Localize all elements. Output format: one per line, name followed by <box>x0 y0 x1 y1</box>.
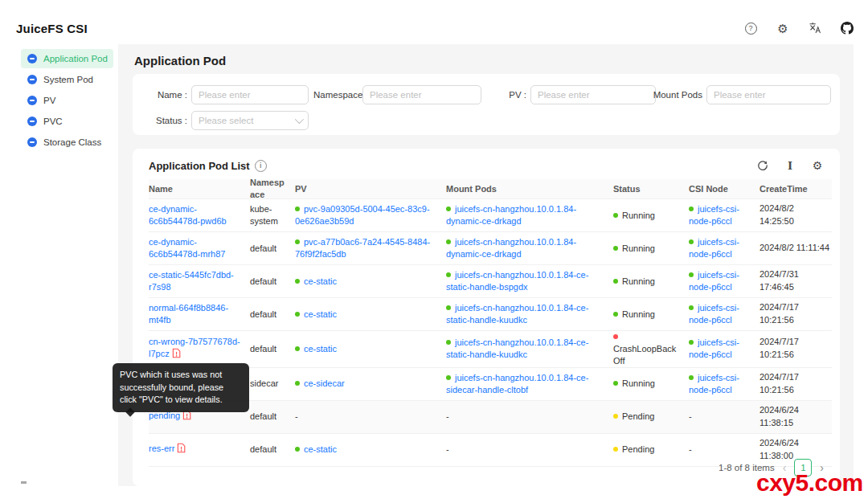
scrubber-artifact <box>21 481 27 484</box>
csi-node-cell: - <box>689 411 760 423</box>
status-cell: Running <box>613 243 689 255</box>
mount-pods-cell: juicefs-cn-hangzhou.10.0.1.84-dynamic-ce… <box>446 203 613 227</box>
column-height-icon[interactable]: I <box>784 159 796 172</box>
pvc-warning-tooltip: PVC which it uses was not successfully b… <box>113 363 249 412</box>
sidebar-item-pv[interactable]: PV <box>21 91 113 110</box>
pod-name-link[interactable]: res-err <box>149 444 174 453</box>
mount-pod-link[interactable]: juicefs-cn-hangzhou.10.0.1.84-ce-static-… <box>446 337 588 359</box>
sidebar-item-label: System Pod <box>43 75 93 84</box>
help-icon[interactable]: ? <box>744 22 757 35</box>
column-settings-icon[interactable]: ⚙ <box>811 159 824 172</box>
csi-node-cell: juicefs-csi-node-p6ccl <box>689 236 760 260</box>
table-card: Application Pod List i I ⚙ Name Namespac… <box>133 149 840 486</box>
settings-gear-icon[interactable]: ⚙ <box>776 22 789 35</box>
pod-name-link[interactable]: ce-dynamic-6c6b54478d-pwd6b <box>149 204 227 226</box>
status-dot <box>689 239 694 244</box>
csi-node-link[interactable]: juicefs-csi-node-p6ccl <box>689 337 739 359</box>
createtime-cell: 2024/7/3117:46:45 <box>760 268 832 294</box>
name-input[interactable] <box>191 85 309 104</box>
chevron-down-icon <box>295 115 304 124</box>
csi-node-link[interactable]: juicefs-csi-node-p6ccl <box>689 303 739 325</box>
mount-pod-link[interactable]: juicefs-cn-hangzhou.10.0.1.84-ce-static-… <box>446 303 588 325</box>
status-dot <box>613 246 618 251</box>
csi-node-cell: juicefs-csi-node-p6ccl <box>689 203 760 227</box>
status-dot <box>295 346 300 351</box>
pv-link[interactable]: ce-sidecar <box>304 378 345 388</box>
status-dot <box>295 279 300 284</box>
table-row: ce-dynamic-6c6b54478d-pwd6b kube-system … <box>149 199 832 232</box>
namespace-cell: kube-system <box>250 203 295 227</box>
status-cell: Running <box>613 276 689 288</box>
csi-node-link[interactable]: juicefs-csi-node-p6ccl <box>689 373 739 395</box>
watermark: cxy5.com <box>756 469 863 497</box>
pv-cell: ce-static <box>295 309 446 321</box>
sidebar-item-label: PV <box>43 96 55 105</box>
pv-link[interactable]: pvc-9a09305d-5004-45ec-83c9-0e626ae3b59d <box>295 204 430 226</box>
filter-card: Name : Namespace PV : Mount Pods Status … <box>133 74 840 135</box>
pv-cell: - <box>295 411 446 423</box>
mount-pod-link[interactable]: juicefs-cn-hangzhou.10.0.1.84-ce-sidecar… <box>446 373 588 395</box>
status-dot <box>295 239 300 244</box>
pvc-warning-icon[interactable] <box>172 348 181 362</box>
status-badge: Running <box>622 309 655 319</box>
status-cell: CrashLoopBackOff <box>613 331 689 367</box>
status-cell: Running <box>613 309 689 321</box>
createtime-cell: 2024/7/1710:21:56 <box>760 336 832 362</box>
mount-pod-link[interactable]: juicefs-cn-hangzhou.10.0.1.84-dynamic-ce… <box>446 237 576 259</box>
filter-name: Name : <box>144 85 309 104</box>
status-cell: Pending <box>613 411 689 423</box>
status-badge: Running <box>622 211 655 220</box>
pod-icon <box>27 75 37 84</box>
pv-link[interactable]: ce-static <box>304 309 337 319</box>
createtime-cell: 2024/6/2411:38:15 <box>760 404 832 430</box>
status-dot <box>295 207 300 211</box>
createtime-cell: 2024/8/214:25:50 <box>760 202 832 228</box>
sidebar-item-pvc[interactable]: PVC <box>21 112 113 131</box>
status-badge: CrashLoopBackOff <box>613 344 676 366</box>
namespace-cell: default <box>250 444 295 456</box>
pvc-warning-icon[interactable] <box>177 443 186 456</box>
createtime-cell: 2024/7/1710:21:56 <box>760 301 832 327</box>
sidebar-item-application-pod[interactable]: Application Pod <box>21 49 113 68</box>
csi-node-link[interactable]: juicefs-csi-node-p6ccl <box>689 204 739 226</box>
mount-pod-link[interactable]: juicefs-cn-hangzhou.10.0.1.84-ce-static-… <box>446 270 588 292</box>
sidebar: Application Pod System Pod PV PVC Storag… <box>16 44 118 486</box>
main-content: Application Pod Name : Namespace PV : Mo… <box>118 44 854 486</box>
info-icon[interactable]: i <box>255 160 267 172</box>
status-dot <box>689 340 694 345</box>
status-dot <box>295 312 300 317</box>
table-row: cn-wrong-7b7577678d-l7pcz default ce-sta… <box>149 331 832 368</box>
filter-pv: PV : <box>499 85 656 104</box>
filter-status: Status : Please select <box>144 111 309 130</box>
csi-node-link[interactable]: juicefs-csi-node-p6ccl <box>689 237 739 259</box>
pv-cell: ce-static <box>295 343 446 355</box>
sidebar-menu: Application Pod System Pod PV PVC Storag… <box>16 44 118 152</box>
github-icon[interactable] <box>841 22 854 35</box>
pv-link[interactable]: ce-static <box>304 444 337 454</box>
csi-node-link[interactable]: juicefs-csi-node-p6ccl <box>689 270 739 292</box>
namespace-input[interactable] <box>362 85 481 104</box>
filter-namespace: Namespace <box>313 85 481 104</box>
sidebar-item-label: Application Pod <box>43 54 108 63</box>
table-row: ce-dynamic-6c6b54478d-mrh87 default pvc-… <box>149 232 832 265</box>
reload-icon[interactable] <box>756 159 769 172</box>
pod-name-link[interactable]: cn-wrong-7b7577678d-l7pcz <box>149 337 240 358</box>
status-select[interactable]: Please select <box>191 111 309 130</box>
storage-class-icon <box>27 137 37 147</box>
pv-link[interactable]: ce-static <box>304 344 337 354</box>
translate-icon[interactable] <box>809 22 821 35</box>
table-header-row: Name Namespace PV Mount Pods Status CSI … <box>149 179 832 199</box>
sidebar-item-system-pod[interactable]: System Pod <box>21 70 113 89</box>
pod-name-link[interactable]: normal-664f8b8846-mt4fb <box>149 303 228 325</box>
csi-node-cell: juicefs-csi-node-p6ccl <box>689 302 760 326</box>
pv-link[interactable]: ce-static <box>304 276 337 286</box>
mount-pod-link[interactable]: juicefs-cn-hangzhou.10.0.1.84-dynamic-ce… <box>446 204 576 226</box>
pv-link[interactable]: pvc-a77b0ac6-7a24-4545-8484-76f9f2fac5db <box>295 237 430 259</box>
pv-cell: ce-static <box>295 276 446 288</box>
status-badge: Pending <box>622 444 654 454</box>
mount-pods-input[interactable] <box>706 85 831 104</box>
sidebar-item-storage-class[interactable]: Storage Class <box>21 133 113 152</box>
pv-input[interactable] <box>530 85 656 104</box>
pod-name-link[interactable]: ce-static-5445fc7dbd-r7s98 <box>149 270 234 292</box>
pod-name-link[interactable]: ce-dynamic-6c6b54478d-mrh87 <box>149 237 225 259</box>
